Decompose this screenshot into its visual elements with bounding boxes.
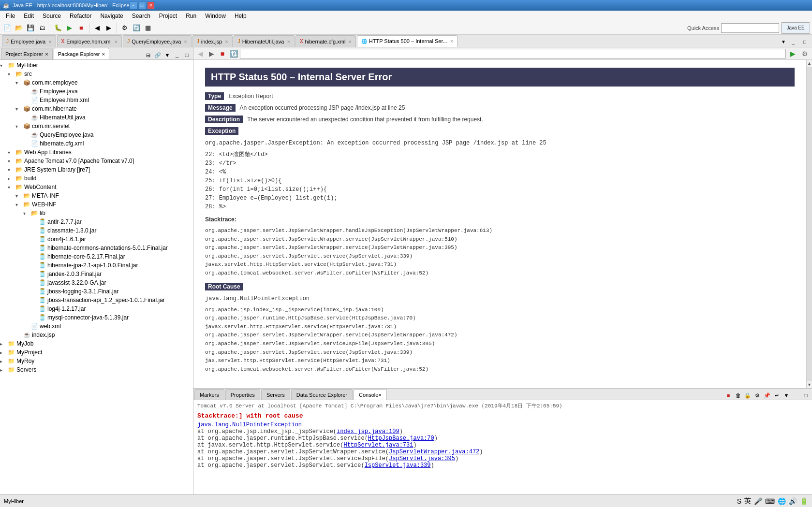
back-button[interactable]: ◀ <box>195 49 205 58</box>
close-project-explorer[interactable]: × <box>45 51 48 57</box>
sougou-icon[interactable]: S <box>737 497 741 505</box>
tree-node[interactable]: ☕Employee.java <box>0 87 193 96</box>
tree-node[interactable]: ▾📂Apache Tomcat v7.0 [Apache Tomcat v7.0… <box>0 157 193 165</box>
menu-run[interactable]: Run <box>182 12 200 20</box>
expand-arrow[interactable]: ▸ <box>8 176 15 181</box>
tab-employee-hbm[interactable]: X Employee.hbm.xml × <box>57 35 122 47</box>
tab-index-jsp[interactable]: J index.jsp × <box>192 35 233 47</box>
minimize-console-btn[interactable]: _ <box>792 391 800 400</box>
tree-node[interactable]: ☕index.jsp <box>0 331 193 339</box>
tab-http-status[interactable]: 🌐 HTTP Status 500 – Internal Ser... × <box>357 35 458 47</box>
sync-btn[interactable]: 🔄 <box>131 23 142 33</box>
explorer-menu-btn[interactable]: ▼ <box>163 51 172 59</box>
expand-arrow[interactable]: ▸ <box>0 367 8 373</box>
tree-node[interactable]: ▸📁Servers <box>0 365 193 374</box>
quick-access-input[interactable] <box>721 23 779 33</box>
collapse-arrow[interactable]: ▾ <box>15 193 23 199</box>
vertical-scrollbar[interactable]: ▲ ▼ <box>806 60 812 388</box>
menu-project[interactable]: Project <box>155 12 181 20</box>
tab-properties[interactable]: Properties <box>225 389 260 400</box>
prev-edit-button[interactable]: ◀ <box>92 23 103 33</box>
tree-node[interactable]: 📄hibernate.cfg.xml <box>0 139 193 148</box>
forward-button[interactable]: ▶ <box>207 49 216 58</box>
new-button[interactable]: 📄 <box>2 23 13 33</box>
tree-node[interactable]: ▾📂WebContent <box>0 183 193 191</box>
close-button[interactable]: ✕ <box>147 1 155 9</box>
console-line-link[interactable]: HttpJspBase.java:70 <box>368 435 434 442</box>
collapse-all-btn[interactable]: ⊟ <box>144 51 152 59</box>
tab-close-index[interactable]: × <box>225 39 228 44</box>
save-button[interactable]: 💾 <box>25 23 36 33</box>
expand-arrow[interactable]: ▸ <box>0 359 8 364</box>
terminate-btn[interactable]: ■ <box>724 391 733 400</box>
tree-node[interactable]: 📄Employee.hbm.xml <box>0 96 193 104</box>
tree-node[interactable]: ▸📁MyRoy <box>0 357 193 365</box>
menu-window[interactable]: Window <box>201 12 230 20</box>
console-line-link[interactable]: JspServlet.java:395 <box>389 455 455 462</box>
next-edit-button[interactable]: ▶ <box>103 23 114 33</box>
close-console[interactable]: × <box>378 392 381 398</box>
tree-node[interactable]: 🫙jboss-logging-3.3.1.Final.jar <box>0 287 193 296</box>
menu-help[interactable]: Help <box>231 12 251 20</box>
menu-search[interactable]: Search <box>128 12 154 20</box>
tree-node[interactable]: 🫙jboss-transaction-api_1.2_spec-1.0.1.Fi… <box>0 296 193 304</box>
tab-close-employee-hbm[interactable]: × <box>115 39 118 44</box>
minimize-editor-btn[interactable]: _ <box>788 36 798 47</box>
network-icon[interactable]: 🌐 <box>778 497 786 505</box>
tree-node[interactable]: ▾📂JRE System Library [jre7] <box>0 165 193 174</box>
maximize-console-btn[interactable]: □ <box>801 391 810 400</box>
package-explorer-tab[interactable]: Package Explorer × <box>54 48 109 59</box>
debug-button[interactable]: 🐛 <box>53 23 63 33</box>
tab-markers[interactable]: Markers <box>194 389 224 400</box>
tab-close-query[interactable]: × <box>184 39 187 44</box>
console-line-link[interactable]: JspServletWrapper.java:472 <box>389 449 479 455</box>
tab-data-source[interactable]: Data Source Explorer <box>291 389 353 400</box>
layout-btn[interactable]: ▦ <box>143 23 153 33</box>
tree-node[interactable]: 🫙log4j-1.2.17.jar <box>0 304 193 313</box>
console-line-link[interactable]: IspServlet.java:339 <box>365 462 431 469</box>
tree-node[interactable]: 🫙dom4j-1.6.1.jar <box>0 235 193 244</box>
run-button[interactable]: ▶ <box>64 23 75 33</box>
tab-console[interactable]: Console × <box>354 389 387 400</box>
maximize-button[interactable]: □ <box>138 1 146 9</box>
tab-menu-btn[interactable]: ▼ <box>780 36 787 47</box>
tree-node[interactable]: 🫙classmate-1.3.0.jar <box>0 226 193 235</box>
collapse-arrow[interactable]: ▾ <box>8 167 15 173</box>
tab-close-hibernate-util[interactable]: × <box>287 39 290 44</box>
tree-node[interactable]: 🫙hibernate-jpa-2.1-api-1.0.0.Final.jar <box>0 261 193 270</box>
collapse-arrow[interactable]: ▾ <box>8 72 15 77</box>
scroll-down-arrow[interactable]: ▼ <box>807 381 812 388</box>
refresh-button[interactable]: 🔃 <box>229 49 238 58</box>
pin-btn[interactable]: 📌 <box>763 391 771 400</box>
tree-node[interactable]: ▸📁MyProject <box>0 348 193 357</box>
collapse-arrow[interactable]: ▾ <box>0 63 8 68</box>
minimize-button[interactable]: − <box>130 1 137 9</box>
url-bar[interactable]: http://localhost:8080/MyHiber/ <box>240 49 786 58</box>
console-line-link[interactable]: HttpServlet.java:731 <box>343 442 413 449</box>
tree-node[interactable]: ▾📂Web App Libraries <box>0 148 193 157</box>
tab-hibernate-util[interactable]: J HibernateUtil.java × <box>234 35 295 47</box>
menu-navigate[interactable]: Navigate <box>96 12 127 20</box>
tree-node[interactable]: ▾📦com.mr.employee <box>0 78 193 87</box>
keyboard-icon[interactable]: ⌨ <box>765 497 775 505</box>
tree-node[interactable]: ▸📁MyJob <box>0 339 193 348</box>
browser-settings-btn[interactable]: ⚙ <box>799 48 810 59</box>
tree-node[interactable]: ▾📂META-INF <box>0 191 193 200</box>
tree-node[interactable]: ▾📂src <box>0 70 193 78</box>
volume-icon[interactable]: 🔊 <box>789 497 797 505</box>
perspective-btn[interactable]: ⚙ <box>119 23 130 33</box>
tab-hibernate-cfg[interactable]: X hibernate.cfg.xml × <box>295 35 356 47</box>
tree-node[interactable]: 🫙jandex-2.0.3.Final.jar <box>0 270 193 278</box>
tree-node[interactable]: ☕QueryEmployee.java <box>0 130 193 139</box>
maximize-editor-btn[interactable]: □ <box>799 36 810 47</box>
menu-file[interactable]: File <box>2 12 19 20</box>
tree-node[interactable]: 🫙mysql-connector-java-5.1.39.jar <box>0 313 193 322</box>
open-button[interactable]: 📂 <box>14 23 24 33</box>
collapse-arrow[interactable]: ▾ <box>15 202 23 207</box>
tab-employee-java[interactable]: J Employee.java × <box>2 35 56 47</box>
console-line-link[interactable]: index_jsp.java:109 <box>337 428 399 435</box>
collapse-arrow[interactable]: ▾ <box>8 159 15 164</box>
npe-link[interactable]: java.lang.NullPointerException <box>197 421 302 428</box>
tree-node[interactable]: ▾📦com.mr.hibernate <box>0 104 193 113</box>
close-package-explorer[interactable]: × <box>102 51 105 57</box>
